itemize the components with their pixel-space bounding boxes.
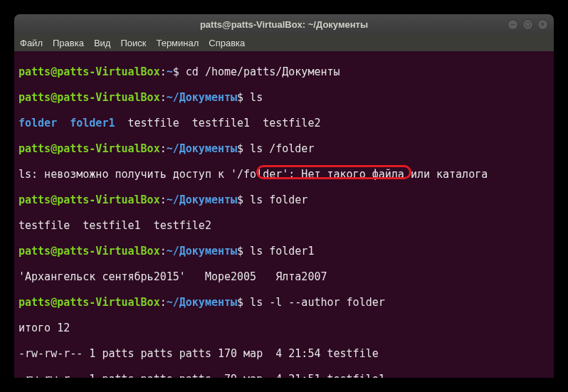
line-8: patts@patts-VirtualBox:~/Документы$ ls f…	[19, 245, 549, 258]
window-controls: – ▢ ×	[507, 19, 548, 30]
menu-file[interactable]: Файл	[20, 38, 43, 48]
line-4: patts@patts-VirtualBox:~/Документы$ ls /…	[19, 142, 549, 155]
command-ls-folder: ls folder	[243, 194, 307, 206]
command-ls-author: ls -l --author folder	[243, 296, 385, 309]
titlebar: patts@patts-VirtualBox: ~/Документы – ▢ …	[14, 14, 554, 34]
line-10: patts@patts-VirtualBox:~/Документы$ ls -…	[19, 296, 549, 309]
line-11: итого 12	[19, 322, 549, 334]
line-2: patts@patts-VirtualBox:~/Документы$ ls	[19, 91, 549, 104]
command-ls-slash-folder: ls /folder	[243, 142, 314, 155]
prompt-path: ~	[167, 65, 173, 78]
line-12: -rw-rw-r-- 1 patts patts patts 170 мар 4…	[19, 347, 549, 360]
line-9: 'Архангельск сентябрь2015' Море2005 Ялта…	[19, 270, 549, 283]
window-title: patts@patts-VirtualBox: ~/Документы	[200, 19, 368, 30]
line-6: patts@patts-VirtualBox:~/Документы$ ls f…	[19, 194, 549, 206]
line-3: folder folder1 testfile testfile1 testfi…	[19, 117, 549, 129]
maximize-button[interactable]: ▢	[522, 19, 533, 30]
menu-terminal[interactable]: Терминал	[156, 38, 199, 48]
line-1: patts@patts-VirtualBox:~$ cd /home/patts…	[19, 65, 549, 78]
folder-listing: folder	[19, 117, 57, 129]
close-button[interactable]: ×	[537, 19, 548, 30]
minimize-button[interactable]: –	[507, 19, 518, 30]
prompt-user: patts@patts-VirtualBox	[19, 65, 160, 78]
menu-help[interactable]: Справка	[209, 38, 245, 48]
menu-view[interactable]: Вид	[94, 38, 111, 48]
terminal-window: patts@patts-VirtualBox: ~/Документы – ▢ …	[14, 14, 554, 378]
menu-edit[interactable]: Правка	[53, 38, 84, 48]
menubar: Файл Правка Вид Поиск Терминал Справка	[14, 34, 554, 51]
line-7: testfile testfile1 testfile2	[19, 219, 549, 232]
menu-search[interactable]: Поиск	[120, 38, 146, 48]
command-ls-folder1: ls folder1	[243, 245, 314, 258]
line-5: ls: невозможно получить доступ к '/folde…	[19, 168, 549, 181]
command-ls: ls	[243, 91, 263, 104]
command-cd: cd /home/patts/Документы	[179, 65, 340, 78]
terminal-content[interactable]: patts@patts-VirtualBox:~$ cd /home/patts…	[14, 51, 554, 378]
line-13: -rw-rw-r-- 1 patts patts patts 79 мар 4 …	[19, 373, 549, 378]
